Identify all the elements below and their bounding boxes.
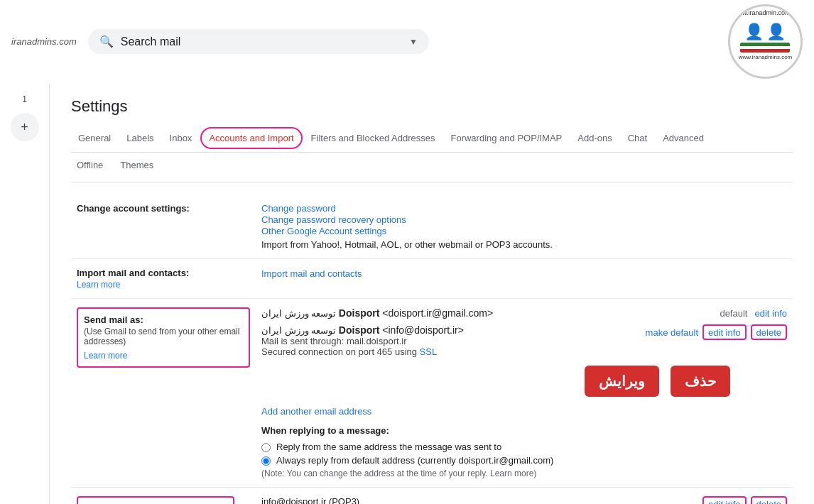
change-account-label: Change account settings:: [77, 203, 190, 214]
check-mail-row: Check mail from other accounts: Learn mo…: [71, 488, 793, 505]
person-icon-2: 👤: [766, 23, 786, 41]
persian-annotation-area: ویرایش حذف: [261, 366, 730, 397]
check-mail-delete-box: delete: [751, 496, 787, 504]
send-mail-label: Send mail as:: [84, 314, 243, 325]
persian-edit-btn: ویرایش: [585, 366, 659, 397]
tab-advanced[interactable]: Advanced: [656, 128, 711, 148]
entry1-default-label: default: [720, 308, 747, 319]
logo-area: www.iranadmin.com 👤 👤 www.iranadmins.com: [728, 4, 803, 79]
persian-delete-btn: حذف: [671, 366, 730, 397]
check-mail-entries-cell: info@doisport.ir (POP3) Last checked: 0 …: [256, 488, 793, 505]
entry2-make-default-link[interactable]: make default: [646, 327, 698, 338]
check-mail-edit-link[interactable]: edit info: [708, 499, 741, 504]
reply-option-2-label: Always reply from default address (curre…: [276, 455, 553, 466]
search-bar: 🔍 ▼: [88, 29, 429, 54]
add-another-email-link[interactable]: Add another email address: [261, 406, 371, 417]
settings-table: Change account settings: Change password…: [71, 194, 793, 504]
person-icon-1: 👤: [744, 23, 764, 41]
send-mail-entry-2-info: توسعه ورزش ایران Doisport <info@doisport…: [261, 324, 464, 357]
send-mail-box: Send mail as: (Use Gmail to send from yo…: [77, 307, 250, 368]
entry2-name-line: توسعه ورزش ایران Doisport <info@doisport…: [261, 324, 464, 336]
tab-filters[interactable]: Filters and Blocked Addresses: [304, 128, 443, 148]
check-mail-delete-link[interactable]: delete: [756, 499, 781, 504]
entry2-name: Doisport: [339, 324, 380, 336]
entry2-actions: make default edit info delete: [646, 324, 787, 340]
check-mail-email: info@doisport.ir (POP3): [261, 496, 510, 504]
tab-labels[interactable]: Labels: [119, 128, 161, 148]
flag-strip: [740, 43, 790, 53]
tab-chat[interactable]: Chat: [621, 128, 654, 148]
entry2-edit-info-box: edit info: [702, 324, 747, 340]
send-mail-row: Send mail as: (Use Gmail to send from yo…: [71, 299, 793, 488]
import-note: Import from Yahoo!, Hotmail, AOL, or oth…: [261, 239, 787, 250]
reply-option-1-label: Reply from the same address the message …: [276, 442, 501, 452]
tab-accounts-and-import[interactable]: Accounts and Import: [200, 127, 302, 149]
change-account-label-cell: Change account settings:: [71, 194, 256, 259]
sidebar: 1 +: [0, 83, 50, 504]
entry2-sent-through: Mail is sent through: mail.doisport.ir: [261, 336, 464, 346]
entry2-delete-link[interactable]: delete: [756, 327, 781, 338]
import-mail-contacts-link[interactable]: Import mail and contacts: [261, 268, 362, 279]
check-mail-label-cell: Check mail from other accounts: Learn mo…: [71, 488, 256, 505]
tabs-row: General Labels Inbox Accounts and Import…: [71, 127, 793, 153]
send-mail-entries-cell: توسعه ورزش ایران Doisport <doisport.ir@g…: [256, 299, 793, 488]
entry2-name-rtl: توسعه ورزش ایران: [261, 325, 339, 336]
logo-circle: www.iranadmin.com 👤 👤 www.iranadmins.com: [728, 4, 803, 79]
entry2-edit-info-link[interactable]: edit info: [708, 327, 741, 338]
change-password-recovery-link[interactable]: Change password recovery options: [261, 214, 406, 225]
other-google-account-link[interactable]: Other Google Account settings: [261, 226, 386, 236]
reply-option-1: Reply from the same address the message …: [261, 442, 787, 452]
reply-radio-2[interactable]: [261, 456, 271, 466]
import-mail-learn-more[interactable]: Learn more: [77, 280, 120, 290]
check-mail-entry-1: info@doisport.ir (POP3) Last checked: 0 …: [261, 496, 787, 504]
change-account-value-cell: Change password Change password recovery…: [256, 194, 793, 259]
ssl-link[interactable]: SSL: [420, 346, 438, 357]
reply-note: (Note: You can change the address at the…: [261, 469, 787, 478]
entry1-name: Doisport: [339, 307, 380, 319]
send-mail-sublabel: (Use Gmail to send from your other email…: [84, 327, 243, 346]
site-watermark: iranadmins.com: [11, 36, 77, 47]
check-mail-actions: edit info delete: [702, 496, 787, 504]
header: iranadmins.com 🔍 ▼ www.iranadmin.com 👤 👤…: [0, 0, 814, 83]
logo-site-name: www.iranadmins.com: [739, 54, 793, 60]
tab-forwarding[interactable]: Forwarding and POP/IMAP: [443, 128, 569, 148]
tab-general[interactable]: General: [71, 128, 118, 148]
search-icon: 🔍: [99, 35, 114, 48]
entry2-secured: Secured connection on port 465 using SSL: [261, 346, 464, 357]
sidebar-count: 1: [6, 94, 43, 104]
tab-inbox[interactable]: Inbox: [163, 128, 200, 148]
tab-themes[interactable]: Themes: [114, 157, 159, 173]
entry1-actions: default edit info: [720, 308, 787, 319]
entry1-email: <doisport.ir@gmail.com>: [382, 307, 493, 319]
reply-option-2: Always reply from default address (curre…: [261, 455, 787, 466]
send-mail-entry-1: توسعه ورزش ایران Doisport <doisport.ir@g…: [261, 307, 787, 319]
logo-people: 👤 👤: [744, 23, 786, 41]
send-mail-entry-1-info: توسعه ورزش ایران Doisport <doisport.ir@g…: [261, 307, 493, 319]
reply-radio-1[interactable]: [261, 443, 271, 452]
search-input[interactable]: [121, 35, 402, 48]
check-mail-edit-box: edit info: [702, 496, 747, 504]
logo-content: 👤 👤 www.iranadmins.com: [739, 23, 793, 60]
change-password-link[interactable]: Change password: [261, 203, 336, 214]
logo-watermark-text: www.iranadmin.com: [733, 9, 791, 16]
settings-content: Settings General Labels Inbox Accounts a…: [50, 83, 814, 504]
import-mail-label: Import mail and contacts:: [77, 268, 250, 278]
entry2-email: <info@doisport.ir>: [382, 324, 464, 336]
check-mail-box: Check mail from other accounts: Learn mo…: [77, 496, 234, 504]
entry2-delete-box: delete: [751, 324, 787, 340]
send-mail-entry-2: توسعه ورزش ایران Doisport <info@doisport…: [261, 324, 787, 357]
tab-offline[interactable]: Offline: [71, 157, 109, 173]
tab-addons[interactable]: Add-ons: [570, 128, 619, 148]
import-mail-label-cell: Import mail and contacts: Learn more: [71, 259, 256, 299]
entry1-name-rtl: توسعه ورزش ایران: [261, 308, 339, 319]
dropdown-icon[interactable]: ▼: [409, 37, 418, 47]
reply-options: Reply from the same address the message …: [261, 442, 787, 478]
import-mail-action-cell: Import mail and contacts: [256, 259, 793, 299]
entry1-edit-info-link[interactable]: edit info: [754, 308, 787, 319]
reply-label: When replying to a message:: [261, 425, 787, 436]
compose-button[interactable]: +: [11, 113, 39, 141]
send-mail-learn-more[interactable]: Learn more: [84, 351, 127, 361]
check-mail-entry-info: info@doisport.ir (POP3) Last checked: 0 …: [261, 496, 510, 504]
send-mail-label-cell: Send mail as: (Use Gmail to send from yo…: [71, 299, 256, 488]
change-account-row: Change account settings: Change password…: [71, 194, 793, 259]
